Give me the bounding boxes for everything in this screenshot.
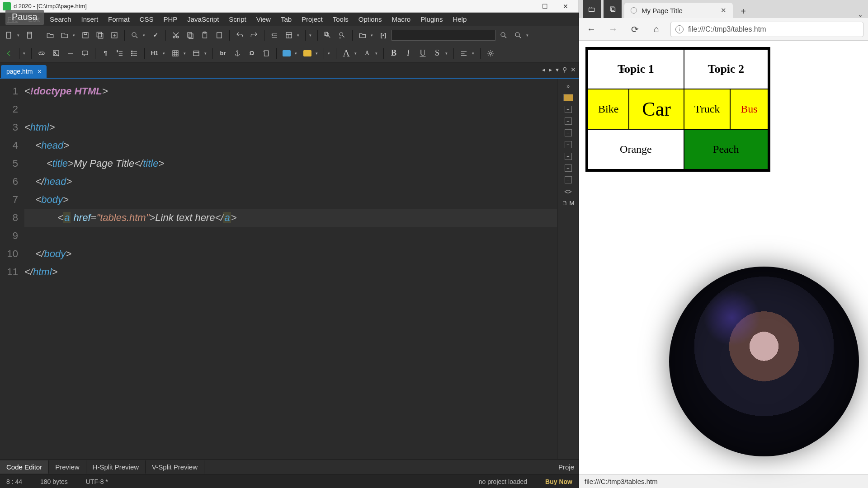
file-tab-active[interactable]: page.htm ✕ bbox=[1, 65, 47, 78]
window-close-button[interactable]: ✕ bbox=[555, 0, 576, 13]
menu-options[interactable]: Options bbox=[354, 14, 387, 25]
layout-dropdown[interactable]: ▾ bbox=[297, 33, 302, 38]
highlight-yellow-button[interactable] bbox=[280, 47, 293, 60]
open-folder-button[interactable] bbox=[58, 29, 71, 42]
italic-button[interactable]: I bbox=[402, 47, 415, 60]
replace-button[interactable] bbox=[336, 29, 349, 42]
font-size-up-button[interactable]: A bbox=[340, 47, 353, 60]
dock-plus-3[interactable]: + bbox=[565, 129, 572, 136]
insert-form-button[interactable] bbox=[190, 47, 203, 60]
code-line-8[interactable]: <a href="tables.htm">Link text here</a> bbox=[24, 209, 557, 227]
font-size-down-button[interactable]: A bbox=[361, 47, 373, 60]
dock-plus-5[interactable]: + bbox=[565, 153, 572, 160]
indent-button[interactable] bbox=[268, 29, 281, 42]
address-bar[interactable]: i file:///C:/tmp3/tables.htm bbox=[670, 22, 863, 37]
project-dropdown[interactable]: ▾ bbox=[371, 33, 375, 38]
nav-dropdown[interactable]: ▾ bbox=[23, 51, 28, 56]
browser-back-button[interactable]: ← bbox=[584, 22, 599, 37]
open-dropdown[interactable]: ▾ bbox=[73, 33, 77, 38]
menu-project[interactable]: Project bbox=[297, 14, 327, 25]
site-info-icon[interactable]: i bbox=[675, 25, 684, 33]
code-line-1[interactable]: <!doctype HTML> bbox=[24, 82, 557, 100]
table-dropdown[interactable]: ▾ bbox=[184, 51, 188, 56]
nav-back-button[interactable] bbox=[3, 47, 15, 60]
browser-tabs-menu-icon[interactable]: ⌄ bbox=[853, 11, 868, 18]
new-doc-button[interactable] bbox=[24, 29, 36, 42]
dock-plus-1[interactable]: + bbox=[565, 106, 572, 113]
redo-button[interactable] bbox=[248, 29, 260, 42]
buy-now-link[interactable]: Buy Now bbox=[545, 478, 572, 485]
cut-button[interactable] bbox=[170, 29, 182, 42]
heading-button[interactable]: H1 bbox=[148, 47, 161, 60]
menu-php[interactable]: PHP bbox=[159, 14, 182, 25]
insert-table-button[interactable] bbox=[169, 47, 182, 60]
save-button[interactable] bbox=[79, 29, 92, 42]
code-line-3[interactable]: <html> bbox=[24, 118, 557, 136]
save-all-button[interactable] bbox=[94, 29, 106, 42]
gear-button[interactable] bbox=[484, 47, 497, 60]
browser-home-button[interactable]: ⌂ bbox=[649, 22, 664, 37]
tab-close-all-icon[interactable]: ✕ bbox=[571, 66, 576, 73]
menu-tab[interactable]: Tab bbox=[276, 14, 296, 25]
insert-image-button[interactable] bbox=[50, 47, 62, 60]
browser-tab-close-icon[interactable]: ✕ bbox=[721, 6, 726, 14]
browser-tab-active[interactable]: My Page Title ✕ bbox=[624, 3, 733, 18]
table-header-1[interactable]: Topic 1 bbox=[588, 49, 684, 89]
menu-edit[interactable]: Edit bbox=[24, 14, 44, 25]
misc-dropdown[interactable]: ▾ bbox=[309, 33, 314, 38]
bold-button[interactable]: B bbox=[387, 47, 400, 60]
browser-app-icon-1[interactable]: 🗀 bbox=[583, 0, 601, 18]
quick-search-input[interactable] bbox=[392, 30, 495, 41]
menu-css[interactable]: CSS bbox=[135, 14, 158, 25]
new-file-dropdown[interactable]: ▾ bbox=[17, 33, 22, 38]
paragraph-button[interactable]: ¶ bbox=[99, 47, 112, 60]
menu-help[interactable]: Help bbox=[448, 14, 471, 25]
window-minimize-button[interactable]: — bbox=[514, 0, 534, 13]
dock-code-icon[interactable]: <> bbox=[564, 188, 571, 195]
tab-pin-icon[interactable]: ⚲ bbox=[562, 66, 567, 73]
code-line-10[interactable]: </body> bbox=[24, 245, 557, 263]
search-dropdown[interactable]: ▾ bbox=[526, 33, 531, 38]
menu-macro[interactable]: Macro bbox=[387, 14, 415, 25]
undo-button[interactable] bbox=[233, 29, 246, 42]
file-tab-close-icon[interactable]: ✕ bbox=[37, 68, 42, 75]
menu-tools[interactable]: Tools bbox=[328, 14, 353, 25]
search-next-button[interactable] bbox=[497, 29, 510, 42]
paste-button[interactable] bbox=[198, 29, 211, 42]
find-in-files-button[interactable] bbox=[321, 29, 334, 42]
ordered-list-button[interactable]: 1 bbox=[113, 47, 126, 60]
font-size-up-dropdown[interactable]: ▾ bbox=[354, 51, 359, 56]
code-line-6[interactable]: </head> bbox=[24, 173, 557, 191]
omega-button[interactable]: Ω bbox=[245, 47, 258, 60]
anchor-button[interactable] bbox=[231, 47, 244, 60]
bottom-tab-v-split-preview[interactable]: V-Split Preview bbox=[146, 460, 204, 474]
dock-plus-7[interactable]: + bbox=[565, 176, 572, 183]
bracket-button[interactable]: [•] bbox=[377, 29, 390, 42]
window-maximize-button[interactable]: ☐ bbox=[534, 0, 555, 13]
dock-plus-4[interactable]: + bbox=[565, 141, 572, 148]
bottom-tab-code-editor[interactable]: Code Editor bbox=[0, 460, 49, 474]
browser-new-tab-button[interactable]: + bbox=[736, 5, 751, 18]
copy-button[interactable] bbox=[184, 29, 197, 42]
open-button[interactable] bbox=[44, 29, 57, 42]
highlight-dropdown-2[interactable]: ▾ bbox=[316, 51, 320, 56]
menu-script[interactable]: Script bbox=[224, 14, 250, 25]
project-open-button[interactable] bbox=[356, 29, 369, 42]
browser-app-icon-2[interactable]: ⧉ bbox=[604, 0, 622, 18]
code-line-4[interactable]: <head> bbox=[24, 136, 557, 155]
font-size-down-dropdown[interactable]: ▾ bbox=[375, 51, 380, 56]
browser-forward-button[interactable]: → bbox=[605, 22, 621, 37]
menu-file[interactable]: File bbox=[3, 14, 23, 25]
menu-view[interactable]: View bbox=[252, 14, 275, 25]
insert-comment-button[interactable] bbox=[79, 47, 91, 60]
menu-format[interactable]: Format bbox=[104, 14, 134, 25]
search-prev-button[interactable] bbox=[512, 29, 524, 42]
menu-plugins[interactable]: Plugins bbox=[416, 14, 447, 25]
tab-list-icon[interactable]: ▾ bbox=[556, 66, 559, 73]
heading-dropdown[interactable]: ▾ bbox=[163, 51, 167, 56]
find-button[interactable] bbox=[128, 29, 141, 42]
bottom-tab-preview[interactable]: Preview bbox=[49, 460, 86, 474]
menu-search[interactable]: Search bbox=[45, 14, 76, 25]
align-button[interactable] bbox=[458, 47, 470, 60]
clipboard-button[interactable] bbox=[213, 29, 226, 42]
